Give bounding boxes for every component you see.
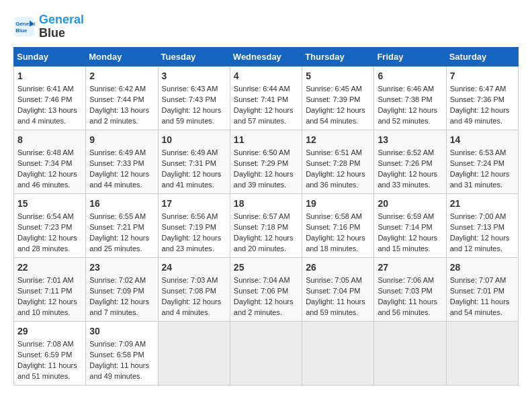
day-number: 3	[162, 69, 226, 83]
day-info: Daylight: 12 hours	[17, 234, 77, 242]
week-row-4: 22Sunrise: 7:01 AMSunset: 7:11 PMDayligh…	[14, 257, 519, 321]
day-number: 28	[450, 261, 515, 274]
day-info: and 25 minutes.	[89, 244, 142, 253]
day-info: and 4 minutes.	[162, 308, 210, 316]
day-info: Sunset: 7:36 PM	[450, 95, 504, 103]
day-number: 23	[89, 261, 154, 274]
day-info: Daylight: 12 hours	[378, 234, 437, 242]
day-number: 10	[162, 133, 226, 146]
day-cell: 17Sunrise: 6:56 AMSunset: 7:19 PMDayligh…	[158, 193, 230, 257]
day-cell: 28Sunrise: 7:07 AMSunset: 7:01 PMDayligh…	[446, 257, 518, 321]
day-info: Daylight: 12 hours	[306, 234, 365, 242]
day-info: Sunset: 7:46 PM	[17, 95, 72, 103]
day-info: Daylight: 12 hours	[306, 170, 365, 178]
day-info: Sunset: 7:24 PM	[450, 159, 504, 167]
day-info: Daylight: 12 hours	[306, 106, 365, 114]
day-cell: 4Sunrise: 6:44 AMSunset: 7:41 PMDaylight…	[230, 66, 302, 130]
day-info: and 2 minutes.	[234, 308, 282, 316]
day-info: Sunrise: 7:04 AM	[234, 276, 290, 284]
day-info: Sunrise: 6:53 AM	[450, 148, 506, 156]
day-info: Daylight: 12 hours	[450, 106, 510, 114]
day-cell: 19Sunrise: 6:58 AMSunset: 7:16 PMDayligh…	[302, 193, 374, 257]
day-info: and 49 minutes.	[450, 117, 502, 125]
day-info: Sunrise: 6:49 AM	[89, 148, 146, 156]
day-info: Daylight: 11 hours	[89, 361, 149, 369]
day-info: and 52 minutes.	[378, 117, 430, 125]
day-info: Sunrise: 6:46 AM	[378, 85, 434, 93]
day-info: Sunrise: 6:59 AM	[378, 212, 434, 220]
day-number: 15	[17, 197, 82, 210]
day-info: and 4 minutes.	[17, 117, 66, 125]
day-cell: 15Sunrise: 6:54 AMSunset: 7:23 PMDayligh…	[14, 193, 86, 257]
day-cell: 6Sunrise: 6:46 AMSunset: 7:38 PMDaylight…	[374, 66, 446, 130]
week-row-2: 8Sunrise: 6:48 AMSunset: 7:34 PMDaylight…	[14, 130, 519, 193]
day-info: Sunset: 7:19 PM	[162, 223, 216, 231]
day-info: Sunrise: 6:57 AM	[234, 212, 290, 220]
day-info: Sunset: 6:59 PM	[17, 351, 72, 359]
day-info: Sunset: 6:58 PM	[89, 351, 144, 359]
day-number: 1	[17, 69, 82, 83]
day-info: Daylight: 12 hours	[378, 170, 437, 178]
day-info: Sunset: 7:33 PM	[89, 159, 144, 167]
day-info: and 33 minutes.	[378, 181, 430, 189]
day-number: 21	[450, 197, 515, 210]
day-info: Sunset: 7:39 PM	[306, 95, 360, 103]
day-info: Sunset: 7:18 PM	[234, 223, 288, 231]
day-number: 5	[306, 69, 370, 83]
week-row-5: 29Sunrise: 7:08 AMSunset: 6:59 PMDayligh…	[14, 321, 519, 385]
col-header-friday: Friday	[374, 47, 446, 66]
svg-text:Blue: Blue	[15, 28, 28, 34]
day-info: Sunset: 7:29 PM	[234, 159, 288, 167]
day-info: Sunset: 7:28 PM	[306, 159, 360, 167]
day-info: Sunrise: 6:42 AM	[89, 85, 146, 93]
day-number: 22	[17, 261, 82, 274]
day-info: Sunset: 7:44 PM	[89, 95, 144, 103]
day-info: and 46 minutes.	[17, 181, 70, 189]
day-info: and 56 minutes.	[378, 308, 430, 316]
day-info: Daylight: 12 hours	[17, 170, 77, 178]
day-info: and 54 minutes.	[306, 117, 358, 125]
day-info: Sunrise: 7:00 AM	[450, 212, 506, 220]
day-number: 26	[306, 261, 370, 274]
day-info: Daylight: 12 hours	[17, 298, 77, 306]
day-info: and 39 minutes.	[234, 181, 286, 189]
day-cell: 9Sunrise: 6:49 AMSunset: 7:33 PMDaylight…	[86, 130, 158, 193]
day-info: Daylight: 12 hours	[450, 234, 510, 242]
day-cell: 3Sunrise: 6:43 AMSunset: 7:43 PMDaylight…	[158, 66, 230, 130]
col-header-monday: Monday	[86, 47, 158, 66]
day-number: 12	[306, 133, 370, 146]
day-info: Sunset: 7:08 PM	[162, 287, 216, 295]
day-info: and 28 minutes.	[17, 244, 70, 253]
day-number: 29	[17, 324, 82, 338]
day-cell: 26Sunrise: 7:05 AMSunset: 7:04 PMDayligh…	[302, 257, 374, 321]
day-info: Sunrise: 6:58 AM	[306, 212, 362, 220]
day-info: Sunset: 7:09 PM	[89, 287, 144, 295]
day-cell	[302, 321, 374, 385]
day-info: Sunrise: 6:56 AM	[162, 212, 218, 220]
day-info: Sunrise: 6:54 AM	[17, 212, 74, 220]
day-info: Sunrise: 6:41 AM	[17, 85, 74, 93]
day-info: Daylight: 12 hours	[162, 234, 222, 242]
day-info: and 23 minutes.	[162, 244, 214, 253]
day-info: and 54 minutes.	[450, 308, 502, 316]
day-info: and 12 minutes.	[450, 244, 502, 253]
day-info: Daylight: 13 hours	[17, 106, 77, 114]
day-info: and 2 minutes.	[89, 117, 138, 125]
day-info: Daylight: 12 hours	[162, 106, 222, 114]
day-info: Daylight: 11 hours	[450, 298, 510, 306]
day-number: 6	[378, 69, 442, 83]
day-info: and 59 minutes.	[162, 117, 214, 125]
day-cell: 23Sunrise: 7:02 AMSunset: 7:09 PMDayligh…	[86, 257, 158, 321]
day-info: and 49 minutes.	[89, 372, 142, 380]
day-info: Sunset: 7:41 PM	[234, 95, 288, 103]
day-cell: 20Sunrise: 6:59 AMSunset: 7:14 PMDayligh…	[374, 193, 446, 257]
day-info: Sunrise: 6:44 AM	[234, 85, 290, 93]
day-number: 19	[306, 197, 370, 210]
week-row-3: 15Sunrise: 6:54 AMSunset: 7:23 PMDayligh…	[14, 193, 519, 257]
day-info: Sunrise: 7:05 AM	[306, 276, 362, 284]
page-header: General Blue GeneralBlue	[13, 13, 519, 40]
day-info: Sunrise: 7:08 AM	[17, 340, 74, 348]
day-info: and 57 minutes.	[234, 117, 286, 125]
day-cell	[446, 321, 518, 385]
col-header-thursday: Thursday	[302, 47, 374, 66]
